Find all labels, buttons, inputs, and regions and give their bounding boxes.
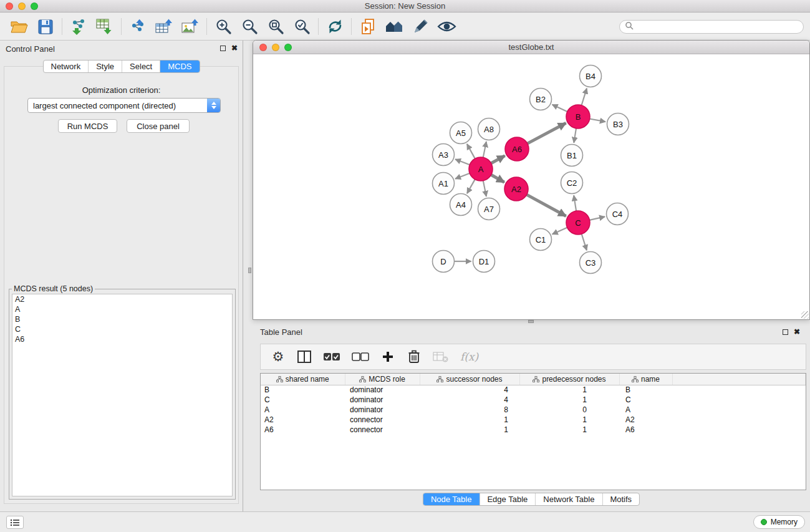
graph-edge-C-C2[interactable] bbox=[574, 195, 576, 211]
save-icon[interactable] bbox=[32, 16, 59, 37]
window-resize-grip[interactable] bbox=[801, 311, 809, 319]
graph-node-A1[interactable]: A1 bbox=[433, 173, 455, 195]
function-builder-icon[interactable]: f(x) bbox=[460, 348, 478, 365]
task-history-button[interactable] bbox=[6, 516, 24, 529]
minimize-traffic-light[interactable] bbox=[272, 44, 279, 51]
table-cell[interactable]: A6 bbox=[261, 425, 345, 435]
table-cell[interactable]: C bbox=[619, 395, 672, 405]
graph-edge-A-A7[interactable] bbox=[483, 181, 486, 196]
graph-edge-A-A2[interactable] bbox=[491, 175, 504, 182]
table-cell[interactable]: dominator bbox=[345, 385, 420, 395]
table-row[interactable]: Bdominator41B bbox=[261, 385, 806, 395]
table-cell[interactable]: dominator bbox=[345, 405, 420, 415]
zoom-traffic-light[interactable] bbox=[31, 2, 38, 10]
column-header[interactable]: MCDS role bbox=[345, 374, 420, 385]
table-cell[interactable]: C bbox=[261, 395, 345, 405]
table-cell[interactable]: A bbox=[619, 405, 672, 415]
graph-edge-B-B2[interactable] bbox=[552, 105, 567, 112]
import-table-icon[interactable] bbox=[92, 16, 118, 37]
tab-style[interactable]: Style bbox=[89, 60, 122, 72]
graph-node-C[interactable]: C bbox=[566, 211, 590, 235]
deselect-all-icon[interactable] bbox=[352, 348, 369, 365]
add-row-icon[interactable] bbox=[380, 348, 395, 365]
tab-motifs[interactable]: Motifs bbox=[602, 493, 639, 505]
vertical-splitter-handle[interactable] bbox=[248, 268, 251, 273]
graph-node-A2[interactable]: A2 bbox=[504, 177, 528, 201]
table-cell[interactable]: connector bbox=[345, 425, 420, 435]
table-cell[interactable]: 8 bbox=[420, 405, 519, 415]
table-row[interactable]: Cdominator41C bbox=[261, 395, 806, 405]
graph-edge-B-B1[interactable] bbox=[574, 128, 576, 143]
network-canvas[interactable]: B4B2BB3A5A8A6B1A3AC2A1A2A4A7C4CC1C3DD1 bbox=[253, 55, 809, 319]
graph-edge-C-C3[interactable] bbox=[582, 234, 587, 250]
mcds-result-item[interactable]: A bbox=[12, 304, 232, 314]
memory-button[interactable]: Memory bbox=[753, 515, 805, 529]
graph-edge-A-A4[interactable] bbox=[467, 180, 475, 194]
zoom-in-icon[interactable] bbox=[210, 16, 236, 37]
optimization-criterion-select[interactable]: largest connected component (directed) bbox=[27, 98, 221, 113]
graph-node-B2[interactable]: B2 bbox=[530, 89, 552, 110]
graph-node-B3[interactable]: B3 bbox=[607, 114, 629, 135]
float-panel-icon[interactable] bbox=[783, 329, 788, 335]
export-image-icon[interactable] bbox=[177, 16, 203, 37]
graph-edge-C-C4[interactable] bbox=[590, 216, 605, 220]
table-cell[interactable]: 1 bbox=[420, 425, 519, 435]
zoom-out-icon[interactable] bbox=[236, 16, 263, 37]
graph-node-B4[interactable]: B4 bbox=[580, 65, 602, 87]
tab-mcds[interactable]: MCDS bbox=[160, 60, 199, 72]
graph-edge-A2-C[interactable] bbox=[527, 195, 566, 216]
graph-node-C1[interactable]: C1 bbox=[530, 229, 552, 251]
settings-gear-icon[interactable]: ⚙ bbox=[271, 348, 286, 365]
graph-edge-B-B4[interactable] bbox=[582, 89, 587, 105]
open-folder-icon[interactable] bbox=[6, 16, 32, 37]
table-cell[interactable]: connector bbox=[345, 415, 420, 425]
graph-edge-A-A3[interactable] bbox=[455, 159, 470, 165]
mcds-result-item[interactable]: A2 bbox=[12, 294, 232, 304]
close-panel-icon[interactable]: ✖ bbox=[231, 44, 238, 52]
graph-node-A8[interactable]: A8 bbox=[478, 118, 500, 140]
graph-edge-C-C1[interactable] bbox=[552, 228, 567, 235]
graph-node-A[interactable]: A bbox=[469, 157, 493, 181]
graph-node-A3[interactable]: A3 bbox=[433, 144, 455, 166]
table-cell[interactable]: A bbox=[261, 405, 345, 415]
table-cell[interactable]: B bbox=[619, 385, 672, 395]
close-traffic-light[interactable] bbox=[259, 44, 267, 51]
graph-node-A6[interactable]: A6 bbox=[505, 137, 529, 161]
minimize-traffic-light[interactable] bbox=[18, 2, 26, 10]
table-cell[interactable]: 1 bbox=[519, 395, 619, 405]
graph-node-A4[interactable]: A4 bbox=[450, 194, 472, 216]
graph-edge-A-A6[interactable] bbox=[491, 156, 505, 163]
table-cell[interactable]: A2 bbox=[619, 415, 672, 425]
home-icon[interactable] bbox=[381, 16, 407, 37]
table-row[interactable]: A2connector11A2 bbox=[261, 415, 806, 425]
graph-node-C3[interactable]: C3 bbox=[580, 252, 602, 274]
tab-network[interactable]: Network bbox=[43, 60, 89, 72]
mcds-result-list[interactable]: A2ABCA6 bbox=[12, 294, 233, 496]
zoom-traffic-light[interactable] bbox=[284, 44, 292, 51]
refresh-icon[interactable] bbox=[322, 16, 348, 37]
tab-network-table[interactable]: Network Table bbox=[536, 493, 602, 505]
graph-edge-A-A5[interactable] bbox=[467, 144, 475, 159]
tab-select[interactable]: Select bbox=[122, 60, 160, 72]
open-recent-session-icon[interactable] bbox=[355, 16, 381, 37]
table-cell[interactable]: A6 bbox=[619, 425, 672, 435]
graph-node-D1[interactable]: D1 bbox=[473, 251, 495, 273]
graph-node-C4[interactable]: C4 bbox=[607, 203, 629, 225]
close-panel-button[interactable]: Close panel bbox=[127, 119, 190, 133]
network-graph[interactable]: B4B2BB3A5A8A6B1A3AC2A1A2A4A7C4CC1C3DD1 bbox=[253, 55, 809, 319]
table-cell[interactable]: 1 bbox=[420, 415, 519, 425]
delete-table-icon[interactable] bbox=[433, 348, 449, 365]
graph-node-A7[interactable]: A7 bbox=[478, 198, 500, 220]
select-all-icon[interactable] bbox=[323, 348, 340, 365]
delete-row-trash-icon[interactable] bbox=[407, 348, 422, 365]
table-cell[interactable]: 1 bbox=[519, 425, 619, 435]
float-panel-icon[interactable] bbox=[220, 46, 226, 51]
graph-node-D[interactable]: D bbox=[433, 251, 455, 273]
table-cell[interactable]: B bbox=[261, 385, 345, 395]
table-cell[interactable]: 4 bbox=[420, 385, 519, 395]
table-cell[interactable]: A2 bbox=[261, 415, 345, 425]
table-row[interactable]: Adominator80A bbox=[261, 405, 806, 415]
close-traffic-light[interactable] bbox=[6, 2, 13, 10]
graph-node-B1[interactable]: B1 bbox=[561, 145, 583, 167]
show-graphics-details-eye-icon[interactable] bbox=[433, 16, 460, 37]
